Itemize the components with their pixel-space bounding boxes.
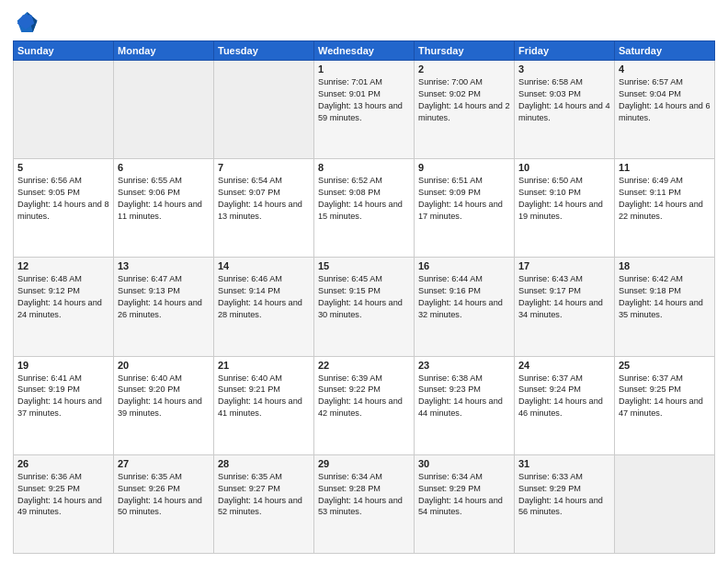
day-info: Sunrise: 6:34 AMSunset: 9:28 PMDaylight:… [318, 471, 410, 519]
calendar-cell: 20Sunrise: 6:40 AMSunset: 9:20 PMDayligh… [114, 356, 214, 454]
day-number: 31 [518, 458, 610, 469]
day-info: Sunrise: 6:44 AMSunset: 9:16 PMDaylight:… [418, 273, 510, 321]
day-number: 12 [17, 260, 109, 271]
calendar-cell: 24Sunrise: 6:37 AMSunset: 9:24 PMDayligh… [515, 356, 615, 454]
day-number: 13 [118, 260, 210, 271]
calendar-cell: 22Sunrise: 6:39 AMSunset: 9:22 PMDayligh… [314, 356, 415, 454]
day-number: 22 [318, 360, 410, 371]
calendar-cell: 6Sunrise: 6:55 AMSunset: 9:06 PMDaylight… [114, 159, 214, 258]
calendar: SundayMondayTuesdayWednesdayThursdayFrid… [13, 40, 715, 554]
calendar-header-row: SundayMondayTuesdayWednesdayThursdayFrid… [14, 41, 715, 61]
day-info: Sunrise: 6:37 AMSunset: 9:24 PMDaylight:… [518, 373, 610, 420]
calendar-cell [114, 61, 214, 159]
day-number: 4 [619, 63, 711, 75]
calendar-header-wednesday: Wednesday [314, 41, 415, 61]
calendar-cell: 26Sunrise: 6:36 AMSunset: 9:25 PMDayligh… [14, 454, 114, 553]
calendar-header-saturday: Saturday [615, 41, 715, 61]
day-info: Sunrise: 7:00 AMSunset: 9:02 PMDaylight:… [418, 76, 510, 124]
day-info: Sunrise: 6:43 AMSunset: 9:17 PMDaylight:… [518, 273, 610, 321]
calendar-cell: 11Sunrise: 6:49 AMSunset: 9:11 PMDayligh… [615, 159, 715, 258]
calendar-header-monday: Monday [114, 41, 214, 61]
day-info: Sunrise: 6:48 AMSunset: 9:12 PMDaylight:… [17, 273, 109, 321]
day-info: Sunrise: 6:39 AMSunset: 9:22 PMDaylight:… [318, 373, 410, 420]
calendar-week-1: 1Sunrise: 7:01 AMSunset: 9:01 PMDaylight… [14, 61, 715, 159]
calendar-week-5: 26Sunrise: 6:36 AMSunset: 9:25 PMDayligh… [14, 454, 715, 553]
day-info: Sunrise: 6:36 AMSunset: 9:25 PMDaylight:… [17, 471, 109, 519]
calendar-week-3: 12Sunrise: 6:48 AMSunset: 9:12 PMDayligh… [14, 258, 715, 356]
day-number: 1 [318, 63, 410, 75]
day-number: 11 [619, 162, 711, 173]
day-number: 30 [418, 458, 510, 469]
calendar-cell: 3Sunrise: 6:58 AMSunset: 9:03 PMDaylight… [515, 61, 615, 159]
calendar-cell: 9Sunrise: 6:51 AMSunset: 9:09 PMDaylight… [415, 159, 515, 258]
day-number: 24 [518, 360, 610, 371]
calendar-cell: 8Sunrise: 6:52 AMSunset: 9:08 PMDaylight… [314, 159, 415, 258]
calendar-header-thursday: Thursday [415, 41, 515, 61]
day-number: 29 [318, 458, 410, 469]
day-info: Sunrise: 6:37 AMSunset: 9:25 PMDaylight:… [619, 373, 711, 420]
day-info: Sunrise: 6:47 AMSunset: 9:13 PMDaylight:… [118, 273, 210, 321]
day-info: Sunrise: 6:38 AMSunset: 9:23 PMDaylight:… [418, 373, 510, 420]
calendar-cell: 13Sunrise: 6:47 AMSunset: 9:13 PMDayligh… [114, 258, 214, 356]
day-number: 7 [218, 162, 310, 173]
day-number: 26 [17, 458, 109, 469]
day-number: 23 [418, 360, 510, 371]
day-info: Sunrise: 6:57 AMSunset: 9:04 PMDaylight:… [619, 76, 711, 124]
day-info: Sunrise: 6:45 AMSunset: 9:15 PMDaylight:… [318, 273, 410, 321]
page: SundayMondayTuesdayWednesdayThursdayFrid… [0, 0, 728, 563]
day-number: 10 [518, 162, 610, 173]
calendar-cell: 21Sunrise: 6:40 AMSunset: 9:21 PMDayligh… [214, 356, 314, 454]
calendar-header-sunday: Sunday [14, 41, 114, 61]
day-info: Sunrise: 6:34 AMSunset: 9:29 PMDaylight:… [418, 471, 510, 519]
day-number: 5 [17, 162, 109, 173]
calendar-cell: 31Sunrise: 6:33 AMSunset: 9:29 PMDayligh… [515, 454, 615, 553]
day-info: Sunrise: 6:50 AMSunset: 9:10 PMDaylight:… [518, 175, 610, 223]
day-info: Sunrise: 6:40 AMSunset: 9:21 PMDaylight:… [218, 373, 310, 420]
day-number: 9 [418, 162, 510, 173]
day-number: 28 [218, 458, 310, 469]
calendar-cell: 12Sunrise: 6:48 AMSunset: 9:12 PMDayligh… [14, 258, 114, 356]
day-number: 25 [619, 360, 711, 371]
day-number: 2 [418, 63, 510, 75]
day-number: 18 [619, 260, 711, 271]
day-info: Sunrise: 6:51 AMSunset: 9:09 PMDaylight:… [418, 175, 510, 223]
day-number: 21 [218, 360, 310, 371]
day-number: 6 [118, 162, 210, 173]
day-info: Sunrise: 6:56 AMSunset: 9:05 PMDaylight:… [17, 175, 109, 223]
calendar-cell: 1Sunrise: 7:01 AMSunset: 9:01 PMDaylight… [314, 61, 415, 159]
calendar-header-tuesday: Tuesday [214, 41, 314, 61]
calendar-cell: 25Sunrise: 6:37 AMSunset: 9:25 PMDayligh… [615, 356, 715, 454]
day-number: 14 [218, 260, 310, 271]
day-number: 19 [17, 360, 109, 371]
day-info: Sunrise: 6:49 AMSunset: 9:11 PMDaylight:… [619, 175, 711, 223]
day-info: Sunrise: 6:52 AMSunset: 9:08 PMDaylight:… [318, 175, 410, 223]
day-info: Sunrise: 6:54 AMSunset: 9:07 PMDaylight:… [218, 175, 310, 223]
day-info: Sunrise: 7:01 AMSunset: 9:01 PMDaylight:… [318, 76, 410, 124]
calendar-cell [615, 454, 715, 553]
day-number: 20 [118, 360, 210, 371]
calendar-cell: 7Sunrise: 6:54 AMSunset: 9:07 PMDaylight… [214, 159, 314, 258]
day-number: 15 [318, 260, 410, 271]
calendar-cell: 23Sunrise: 6:38 AMSunset: 9:23 PMDayligh… [415, 356, 515, 454]
calendar-cell: 2Sunrise: 7:00 AMSunset: 9:02 PMDaylight… [415, 61, 515, 159]
day-info: Sunrise: 6:40 AMSunset: 9:20 PMDaylight:… [118, 373, 210, 420]
calendar-cell: 14Sunrise: 6:46 AMSunset: 9:14 PMDayligh… [214, 258, 314, 356]
calendar-cell: 15Sunrise: 6:45 AMSunset: 9:15 PMDayligh… [314, 258, 415, 356]
day-info: Sunrise: 6:46 AMSunset: 9:14 PMDaylight:… [218, 273, 310, 321]
day-number: 27 [118, 458, 210, 469]
logo-icon [13, 9, 39, 35]
calendar-cell: 29Sunrise: 6:34 AMSunset: 9:28 PMDayligh… [314, 454, 415, 553]
header [13, 9, 715, 35]
calendar-week-4: 19Sunrise: 6:41 AMSunset: 9:19 PMDayligh… [14, 356, 715, 454]
calendar-header-friday: Friday [515, 41, 615, 61]
day-info: Sunrise: 6:35 AMSunset: 9:27 PMDaylight:… [218, 471, 310, 519]
calendar-cell: 27Sunrise: 6:35 AMSunset: 9:26 PMDayligh… [114, 454, 214, 553]
day-number: 8 [318, 162, 410, 173]
day-info: Sunrise: 6:42 AMSunset: 9:18 PMDaylight:… [619, 273, 711, 321]
day-info: Sunrise: 6:33 AMSunset: 9:29 PMDaylight:… [518, 471, 610, 519]
logo [13, 9, 42, 35]
day-info: Sunrise: 6:58 AMSunset: 9:03 PMDaylight:… [518, 76, 610, 124]
calendar-cell: 10Sunrise: 6:50 AMSunset: 9:10 PMDayligh… [515, 159, 615, 258]
day-number: 17 [518, 260, 610, 271]
day-info: Sunrise: 6:35 AMSunset: 9:26 PMDaylight:… [118, 471, 210, 519]
